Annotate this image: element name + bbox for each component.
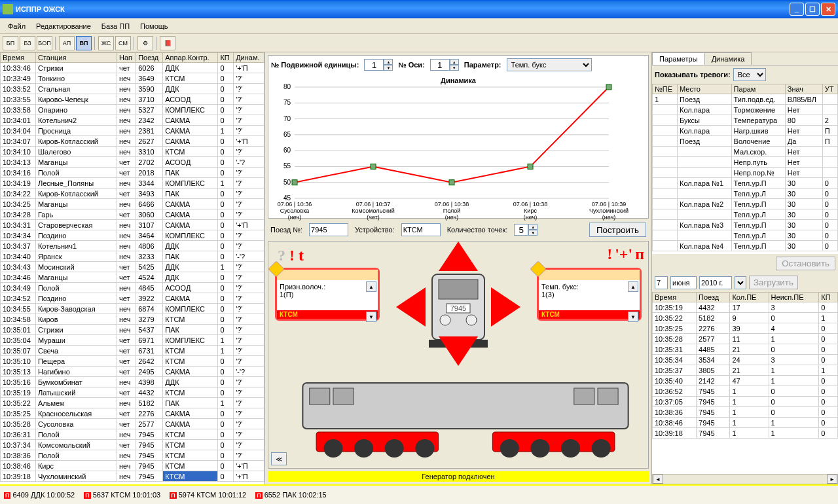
table-row[interactable]: Кол.пара №2Тепл.ур.П300 [653, 199, 838, 209]
table-row[interactable]: 10:35:2825771110 [653, 334, 838, 344]
table-row[interactable]: 10:38:467945110 [653, 418, 838, 428]
load-button[interactable]: Загрузить [749, 276, 798, 289]
nav-back-button[interactable]: ≪ [271, 452, 287, 465]
table-row[interactable]: 10:34:34Поздинонеч3464КОМПЛЕКС0'?' [1, 230, 264, 241]
table-row[interactable]: 10:35:13Нагибиночет2495САКМА0'-'? [1, 367, 264, 377]
table-row[interactable]: Тепл.ур.Л300 [653, 189, 838, 199]
date-month[interactable] [670, 276, 697, 289]
maximize-button[interactable]: ☐ [805, 3, 820, 16]
table-row[interactable]: 10:35:10Пещерачет2642КТСМ0'?' [1, 356, 264, 367]
table-row[interactable]: 10:39:18Чухломинскийнеч7945КТСМ0'+'П [1, 471, 264, 482]
table-row[interactable]: 10:34:22Киров-Котласскийчет3493ПАК0'?' [1, 189, 264, 199]
toolbar-zhs[interactable]: ЖС [98, 36, 114, 50]
status-item[interactable]: 6409 ДДК 10:00:52 [4, 491, 75, 499]
table-row[interactable]: 10:34:40Яранскнеч3233ПАК0'-'? [1, 251, 264, 262]
table-row[interactable]: Кол.пара №3Тепл.ур.П300 [653, 220, 838, 230]
table-row[interactable]: 10:34:52Поздиночет3922САКМА0'?' [1, 293, 264, 304]
table-row[interactable]: 10:34:16Полойчет2018ПАК0'?' [1, 168, 264, 178]
table-row[interactable]: Тепл.ур.Л300 [653, 209, 838, 220]
menu-edit[interactable]: Редактирование [32, 21, 95, 31]
table-row[interactable]: 10:35:225182901 [653, 313, 838, 323]
table-row[interactable]: 10:36:31Полойнеч7945КТСМ0'?' [1, 429, 264, 440]
unit-spinner[interactable]: ▲▼ [364, 59, 393, 71]
table-row[interactable]: 10:34:25Маганцынеч6466САКМА0'?' [1, 199, 264, 209]
toolbar-help[interactable]: 📕 [160, 36, 175, 50]
toolbar-settings[interactable]: ⚙ [137, 36, 153, 50]
param-select[interactable]: Темп. букс [507, 58, 592, 71]
date-year[interactable] [699, 276, 732, 289]
toolbar-sm[interactable]: СМ [115, 36, 131, 50]
table-row[interactable]: 10:35:22Альмежнеч5182ПАК1'?' [1, 398, 264, 408]
table-row[interactable]: Мал.скор.Нет [653, 147, 838, 157]
status-item[interactable]: 5974 КТСМ 10:01:12 [170, 491, 246, 499]
table-row[interactable]: 10:36:527945100 [653, 386, 838, 397]
trains-table[interactable]: ВремяПоездКол.ПЕНеисп.ПЕКП 10:35:1944321… [652, 292, 838, 439]
table-row[interactable]: 10:35:2522763940 [653, 323, 838, 334]
table-row[interactable]: 10:34:01Котельнич2неч2342САКМА0'?' [1, 115, 264, 126]
table-row[interactable]: 10:35:28Сусоловкачет2577САКМА0'?' [1, 419, 264, 429]
table-row[interactable]: 10:33:49Тонкинонеч3649КТСМ0'?' [1, 73, 264, 84]
table-row[interactable]: 10:34:07Киров-Котласскийнеч2627САКМА0'+'… [1, 136, 264, 147]
close-button[interactable]: ✕ [821, 3, 835, 16]
toolbar-bz[interactable]: БЗ [20, 36, 35, 50]
table-row[interactable]: 10:33:55Кирово-Чепецкнеч3710АСООД0'?' [1, 94, 264, 105]
toolbar-ap[interactable]: АП [59, 36, 75, 50]
toolbar-bop[interactable]: БОП [37, 36, 52, 50]
table-row[interactable]: 10:34:55Киров-Заводскаянеч6874КОМПЛЕКС0'… [1, 304, 264, 314]
arrow-right[interactable] [491, 287, 520, 327]
table-row[interactable]: 10:35:4021424710 [653, 376, 838, 386]
table-row[interactable]: 10:35:07Свечачет6731КТСМ1'?' [1, 346, 264, 356]
points-spinner[interactable]: ▲▼ [514, 224, 537, 236]
stop-button[interactable]: Остановить [776, 257, 835, 270]
table-row[interactable]: Кол.пара №1Тепл.ур.П300 [653, 178, 838, 189]
table-row[interactable]: 10:34:19Лесные_Полянынеч3344КОМПЛЕКС1'?' [1, 178, 264, 189]
arrow-down[interactable] [439, 336, 478, 366]
table-row[interactable]: 10:34:49Полойнеч4845АСООД0'?' [1, 283, 264, 293]
date-dropdown[interactable] [735, 276, 746, 289]
table-row[interactable]: 10:34:10Шалеговонеч3310КТСМ0'?' [1, 147, 264, 157]
minimize-button[interactable]: _ [790, 3, 804, 16]
parameters-table[interactable]: №ПЕМестоПарамЗначУТ 1ПоездТип.подв.ед.ВЛ… [652, 84, 838, 251]
train-input[interactable] [309, 223, 348, 236]
table-row[interactable]: 10:35:3435342430 [653, 355, 838, 365]
tab-dynamics[interactable]: Динамика [704, 52, 752, 65]
table-row[interactable]: Кол.параТорможениеНет [653, 105, 838, 115]
warning-box-left[interactable]: Призн.волоч.:1(П) ▲▼ КТСМ [275, 268, 380, 321]
table-row[interactable]: 10:34:04Просницанеч2381САКМА1'?' [1, 126, 264, 136]
table-row[interactable]: 10:34:58Кировнеч3279КТСМ0'?' [1, 314, 264, 325]
date-day[interactable] [655, 276, 668, 289]
table-row[interactable]: 10:34:46Маганцычет4524ДДК0'?' [1, 272, 264, 283]
build-button[interactable]: Построить [589, 223, 646, 237]
table-row[interactable]: 10:35:25Красносельскаячет2276САКМА0'?' [1, 408, 264, 419]
table-row[interactable]: 10:35:3738052111 [653, 365, 838, 376]
table-row[interactable]: Кол.пара №4Тепл.ур.П300 [653, 241, 838, 251]
horizontal-scrollbar[interactable]: ◄► [652, 474, 838, 484]
table-row[interactable]: 10:34:13Маганцычет2702АСООД0'-'? [1, 157, 264, 168]
toolbar-vp[interactable]: ВП [76, 36, 92, 50]
alarm-filter-select[interactable]: Все [733, 68, 766, 81]
table-row[interactable]: 10:38:46Кирснеч7945КТСМ0'+'П [1, 461, 264, 471]
table-row[interactable]: 10:37:34Комсомольскийчет7945КТСМ0'?' [1, 440, 264, 450]
table-row[interactable]: Тепл.ур.Л300 [653, 230, 838, 241]
status-item[interactable]: 5637 КТСМ 10:01:03 [84, 491, 160, 499]
table-row[interactable]: 10:35:1944321730 [653, 302, 838, 313]
table-row[interactable]: Непр.пор.№Нет [653, 168, 838, 178]
table-row[interactable]: 10:37:057945100 [653, 397, 838, 407]
table-row[interactable]: 10:33:58Опаринонеч5327КОМПЛЕКС0'?' [1, 105, 264, 115]
tab-parameters[interactable]: Параметры [652, 52, 705, 65]
table-row[interactable]: 10:38:36Полойнеч7945КТСМ0'?' [1, 450, 264, 461]
table-row[interactable]: 10:34:43Мосинскийчет5425ДДК1'?' [1, 262, 264, 272]
device-input[interactable] [401, 223, 441, 236]
table-row[interactable]: 10:39:187945110 [653, 428, 838, 439]
toolbar-bp[interactable]: БП [3, 36, 18, 50]
table-row[interactable]: 10:35:19Латышскийчет4432КТСМ0'?' [1, 387, 264, 398]
table-row[interactable]: 10:33:46Стрижичет6026ДДК0'+'П [1, 63, 264, 73]
table-row[interactable]: 10:35:16Бумкомбинатнеч4398ДДК0'?' [1, 377, 264, 387]
table-row[interactable]: Непр.путьНет [653, 157, 838, 168]
table-row[interactable]: 10:35:04Мурашичет6971КОМПЛЕКС1'?' [1, 335, 264, 346]
menu-file[interactable]: Файл [4, 21, 29, 31]
status-item[interactable]: 6552 ПАК 10:02:15 [255, 491, 327, 499]
table-row[interactable]: 10:35:3144852100 [653, 344, 838, 355]
axis-spinner[interactable]: ▲▼ [430, 59, 459, 71]
table-row[interactable]: 1ПоездТип.подв.ед.ВЛ85/ВЛ [653, 94, 838, 105]
